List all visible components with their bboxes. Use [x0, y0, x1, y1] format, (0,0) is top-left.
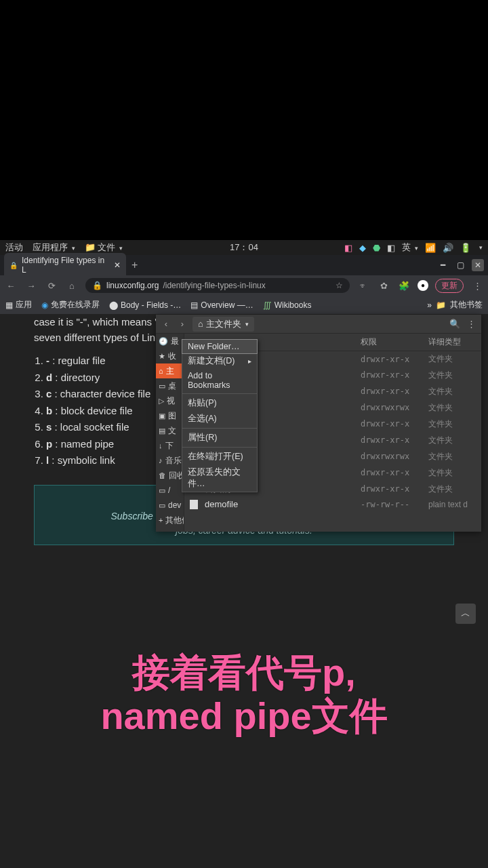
- folder-icon: ▭: [159, 501, 165, 510]
- sidebar-item[interactable]: ⌂主: [156, 363, 184, 378]
- sidebar-item[interactable]: ▣图: [156, 408, 184, 423]
- menu-separator: [182, 393, 257, 394]
- music-icon: ♪: [159, 456, 163, 465]
- sidebar-item[interactable]: ▭dev: [156, 498, 184, 513]
- record-icon: ◉: [41, 300, 48, 310]
- file-permissions: drwxrwxrwx: [361, 452, 428, 461]
- apps-icon: ▦: [5, 300, 13, 310]
- app-menu-files[interactable]: 📁 文件 ▾: [85, 241, 123, 254]
- bookmark-apps[interactable]: ▦应用: [5, 299, 32, 311]
- file-icon: [190, 500, 201, 509]
- plus-icon: +: [159, 516, 163, 524]
- new-tab-button[interactable]: +: [131, 259, 138, 271]
- menu-separator: [182, 428, 257, 429]
- path-breadcrumb[interactable]: ⌂ 主文件夹 ▾: [192, 317, 254, 332]
- menu-restore-missing[interactable]: 还原丢失的文件…: [182, 465, 257, 492]
- menu-properties[interactable]: 属性(R): [182, 430, 257, 446]
- maximize-button[interactable]: ▢: [454, 259, 466, 271]
- ext-icon[interactable]: ✿: [377, 281, 390, 291]
- forward-button[interactable]: ›: [176, 319, 188, 329]
- file-manager-sidebar: 🕘最★收⌂主▭桌▷视▣图▤文↓下♪音乐🗑回收站▭/▭dev+其他位置: [156, 334, 184, 532]
- close-tab-icon[interactable]: ✕: [114, 260, 121, 270]
- menu-add-bookmark[interactable]: Add to Bookmarks: [182, 369, 257, 392]
- clock[interactable]: 17：04: [230, 241, 258, 254]
- scroll-top-button[interactable]: ︿: [455, 604, 476, 624]
- bookmark-item[interactable]: ∭Wikibooks: [263, 300, 312, 310]
- browser-tab[interactable]: 🔒 Identifying File types in L ✕: [4, 253, 126, 277]
- wifi-icon[interactable]: 📶: [425, 243, 436, 253]
- back-button[interactable]: ‹: [160, 319, 172, 329]
- sidebar-item[interactable]: ★收: [156, 349, 184, 363]
- activities-button[interactable]: 活动: [5, 241, 23, 254]
- tray-icon[interactable]: ⬣: [373, 243, 380, 253]
- context-menu: New Folder… 新建文档(D)▸ Add to Bookmarks 粘贴…: [182, 339, 258, 492]
- desktop-icon: ▭: [159, 382, 165, 391]
- browser-toolbar: ← → ⟳ ⌂ 🔒 linuxconfig.org /identifying-f…: [0, 275, 488, 296]
- url-domain: linuxconfig.org: [106, 281, 159, 290]
- menu-new-folder[interactable]: New Folder…: [182, 339, 258, 354]
- file-permissions: drwxr-xr-x: [361, 484, 428, 494]
- image-icon: ▣: [159, 412, 165, 420]
- sidebar-item[interactable]: ↓下: [156, 438, 184, 453]
- folder-icon: ▭: [159, 486, 165, 495]
- applications-menu[interactable]: 应用程序 ▾: [33, 241, 75, 254]
- menu-new-document[interactable]: 新建文档(D)▸: [182, 353, 257, 369]
- sidebar-item[interactable]: ▤文: [156, 423, 184, 438]
- volume-icon[interactable]: 🔊: [443, 243, 453, 253]
- extensions-icon[interactable]: 🧩: [397, 281, 411, 291]
- reload-button[interactable]: ⟳: [45, 281, 58, 291]
- input-method[interactable]: 英 ▾: [402, 241, 418, 254]
- sidebar-item[interactable]: +其他位置: [156, 513, 184, 528]
- tray-icon[interactable]: ◧: [344, 243, 352, 253]
- file-type: 文件夹: [428, 370, 476, 381]
- battery-icon[interactable]: 🔋: [460, 243, 471, 253]
- menu-icon[interactable]: ⋮: [470, 281, 484, 291]
- close-window-button[interactable]: ✕: [472, 259, 484, 271]
- sidebar-item[interactable]: ▷视: [156, 393, 184, 408]
- browser-tab-strip: 🔒 Identifying File types in L ✕ + ━ ▢ ✕: [0, 255, 488, 275]
- trash-icon: 🗑: [159, 471, 166, 479]
- update-button[interactable]: 更新: [435, 279, 464, 293]
- bookmark-item[interactable]: ▤Overview —…: [190, 300, 253, 310]
- other-bookmarks[interactable]: 其他书签: [450, 299, 483, 311]
- sidebar-item[interactable]: ♪音乐: [156, 453, 184, 468]
- overflow-icon[interactable]: »: [427, 300, 432, 310]
- menu-open-terminal[interactable]: 在终端打开(E): [182, 449, 257, 465]
- sidebar-item[interactable]: 🗑回收站: [156, 468, 184, 483]
- ext-icon[interactable]: ᯤ: [357, 281, 370, 291]
- forward-button[interactable]: →: [24, 281, 38, 291]
- file-row[interactable]: demofile-rw-rw-r--plain text d: [184, 497, 481, 511]
- menu-separator: [182, 447, 257, 448]
- doc-icon: ▤: [159, 427, 165, 435]
- sidebar-item[interactable]: ▭/: [156, 483, 184, 498]
- file-type: 文件夹: [428, 451, 476, 462]
- sidebar-item[interactable]: ▭桌: [156, 378, 184, 393]
- dot-icon: ⬤: [109, 300, 118, 310]
- file-type: plain text d: [428, 500, 476, 509]
- home-icon: ⌂: [159, 367, 163, 375]
- address-bar[interactable]: 🔒 linuxconfig.org /identifying-file-type…: [85, 278, 350, 293]
- file-name: demofile: [205, 499, 361, 509]
- file-permissions: -rw-rw-r--: [361, 500, 428, 509]
- profile-icon[interactable]: ●: [418, 280, 428, 291]
- star-icon: ★: [159, 352, 165, 361]
- back-button[interactable]: ←: [4, 281, 18, 291]
- home-button[interactable]: ⌂: [65, 281, 79, 291]
- bookmark-star-icon[interactable]: ☆: [336, 281, 343, 290]
- wiki-icon: ∭: [263, 300, 272, 310]
- minimize-button[interactable]: ━: [436, 259, 449, 271]
- search-button[interactable]: 🔍: [449, 319, 461, 329]
- view-options[interactable]: ⋮: [465, 319, 477, 329]
- bookmark-item[interactable]: ◉免费在线录屏: [41, 299, 100, 311]
- tray-icon[interactable]: ◆: [359, 243, 366, 253]
- folder-icon: 📁: [436, 300, 446, 310]
- bookmark-item[interactable]: ⬤Body - Fields -…: [109, 300, 181, 310]
- tab-title: Identifying File types in L: [22, 256, 107, 275]
- system-menu-chevron[interactable]: ▾: [479, 244, 483, 251]
- file-permissions: drwxr-xr-x: [361, 370, 428, 380]
- sidebar-item[interactable]: 🕘最: [156, 334, 184, 349]
- menu-select-all[interactable]: 全选(A): [182, 411, 257, 427]
- menu-paste[interactable]: 粘贴(P): [182, 395, 257, 411]
- tray-icon[interactable]: ◧: [387, 243, 395, 253]
- book-icon: ▤: [190, 300, 198, 310]
